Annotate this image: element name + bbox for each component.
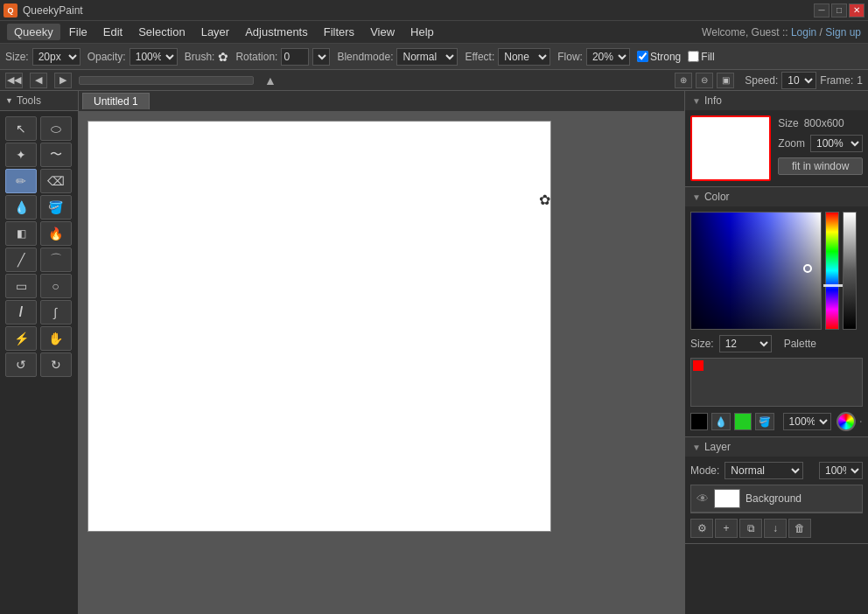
layer-settings-button[interactable]: ⚙	[690, 519, 713, 538]
zoom-label: Zoom	[778, 137, 805, 150]
palette-label[interactable]: Palette	[784, 338, 816, 350]
tool-dropper[interactable]: 💧	[5, 195, 37, 220]
flow-select[interactable]: 20%	[586, 48, 630, 66]
fit-in-window-button[interactable]: fit in window	[778, 157, 863, 175]
tool-burn[interactable]: 🔥	[40, 221, 72, 246]
tool-bucket[interactable]: 🪣	[40, 195, 72, 220]
tool-hand[interactable]: ✋	[40, 326, 72, 351]
color-header[interactable]: ▼ Color	[685, 187, 868, 206]
tool-select-arrow[interactable]: ↖	[5, 116, 37, 141]
color-size-select[interactable]: 12681014	[719, 335, 772, 352]
palette-red-cell[interactable]	[693, 360, 704, 371]
size-palette-row: Size: 12681014 Palette	[690, 335, 863, 352]
menu-file[interactable]: File	[62, 24, 94, 40]
fill-checkbox[interactable]	[688, 51, 699, 62]
tools-collapse-icon[interactable]: ▼	[5, 96, 13, 105]
tool-magic-wand[interactable]: ✦	[5, 143, 37, 167]
palette-grid[interactable]	[690, 358, 863, 407]
menu-filters[interactable]: Filters	[317, 24, 361, 40]
menu-layer[interactable]: Layer	[194, 24, 237, 40]
info-header[interactable]: ▼ Info	[685, 91, 868, 110]
opacity-select[interactable]: 100%	[130, 48, 178, 66]
timeline-slider[interactable]	[79, 76, 254, 85]
menu-edit[interactable]: Edit	[96, 24, 130, 40]
tool-rect[interactable]: ▭	[5, 274, 37, 298]
zoom-in-button[interactable]: ⊕	[675, 73, 692, 88]
layer-item-background[interactable]: 👁 Background	[691, 485, 862, 513]
opacity-group: Opacity: 100%	[88, 48, 178, 66]
close-button[interactable]: ✕	[849, 3, 864, 17]
fullscreen-button[interactable]: ▣	[717, 73, 734, 88]
menu-queeky[interactable]: Queeky	[7, 24, 60, 40]
canvas-tab-untitled[interactable]: Untitled 1	[82, 93, 150, 109]
color-opacity-select[interactable]: 100%75%50%25%	[783, 413, 831, 430]
blendmode-select[interactable]: NormalMultiplyScreen	[396, 48, 458, 66]
color-wheel-button[interactable]	[836, 412, 856, 431]
tool-zigzag[interactable]: ⚡	[5, 326, 37, 351]
tool-line[interactable]: ╱	[5, 248, 37, 272]
prev-frame-button[interactable]: ◀	[30, 73, 47, 88]
first-frame-button[interactable]: ◀◀	[5, 73, 23, 88]
canvas-tabs: Untitled 1	[79, 91, 684, 112]
color-gradient[interactable]	[690, 212, 822, 330]
tool-smudge[interactable]: 〜	[40, 143, 72, 167]
maximize-button[interactable]: □	[831, 3, 847, 17]
layer-add-button[interactable]: +	[715, 519, 738, 538]
login-link[interactable]: Login	[791, 26, 816, 38]
color-alpha-strip[interactable]	[843, 212, 857, 330]
effect-select[interactable]: NoneBlur	[498, 48, 550, 66]
tool-smooth-line[interactable]: ∫	[40, 300, 72, 324]
layer-delete-button[interactable]: 🗑	[788, 519, 811, 538]
rotation-dropdown[interactable]: ▾	[312, 48, 330, 66]
layer-mode-select[interactable]: NormalMultiplyScreen	[724, 462, 803, 479]
canvas-container[interactable]: ✿	[79, 112, 684, 614]
tool-gradient[interactable]: ◧	[5, 221, 37, 246]
speed-select[interactable]: 10	[781, 72, 816, 89]
pipette-button[interactable]: 💧	[711, 413, 731, 430]
menu-view[interactable]: View	[363, 24, 402, 40]
layer-visibility-icon[interactable]: 👁	[696, 492, 709, 506]
menu-selection[interactable]: Selection	[131, 24, 192, 40]
color-spectrum[interactable]	[825, 212, 839, 330]
app-icon: Q	[4, 3, 18, 17]
strong-checkbox[interactable]	[637, 51, 648, 62]
tool-undo[interactable]: ↺	[5, 352, 37, 377]
size-value: 800x600	[804, 117, 844, 129]
color-picker-dot	[803, 264, 812, 273]
next-frame-button[interactable]: ▶	[54, 73, 72, 88]
rotation-input[interactable]	[281, 48, 309, 66]
tool-redo[interactable]: ↻	[40, 352, 72, 377]
menu-adjustments[interactable]: Adjustments	[238, 24, 315, 40]
layer-merge-button[interactable]: ↓	[764, 519, 787, 538]
size-row: Size 800x600	[778, 117, 863, 129]
tool-ellipse[interactable]: ○	[40, 274, 72, 298]
main-area: ▼ Tools ↖ ⬭ ✦ 〜 ✏ ⌫ 💧 🪣 ◧ 🔥 ╱ ⌒ ▭ ○ / ∫ …	[0, 91, 868, 614]
frame-label: Frame:	[820, 74, 853, 87]
app-title: QueekyPaint	[23, 4, 83, 17]
bucket-button[interactable]: 🪣	[755, 413, 774, 430]
zoom-out-button[interactable]: ⊖	[696, 73, 713, 88]
color-spectrum-indicator	[823, 284, 843, 287]
minimize-button[interactable]: ─	[814, 3, 830, 17]
signup-link[interactable]: Sign up	[825, 26, 861, 38]
tool-brush[interactable]: ✏	[5, 169, 37, 193]
layer-opacity-select[interactable]: 100%75%50%	[819, 462, 863, 479]
foreground-color[interactable]	[690, 413, 708, 430]
background-color[interactable]	[734, 413, 752, 430]
tool-lasso[interactable]: ⬭	[40, 116, 72, 141]
drawing-canvas[interactable]: ✿	[88, 121, 551, 532]
layer-collapse-icon: ▼	[692, 443, 701, 452]
tool-straight-line[interactable]: /	[5, 300, 37, 324]
zoom-select[interactable]: 100%50%200%	[810, 135, 863, 152]
brush-icon[interactable]: ✿	[218, 50, 228, 64]
tool-eraser[interactable]: ⌫	[40, 169, 72, 193]
tool-curve[interactable]: ⌒	[40, 248, 72, 272]
color-section: ▼ Color Size:	[685, 187, 868, 437]
fill-group: Fill	[688, 51, 714, 63]
menu-help[interactable]: Help	[403, 24, 441, 40]
info-title: Info	[704, 94, 722, 107]
size-select[interactable]: 20px	[32, 48, 80, 66]
triangle-icon: ▲	[264, 73, 276, 87]
layer-header[interactable]: ▼ Layer	[685, 437, 868, 457]
layer-duplicate-button[interactable]: ⧉	[739, 519, 762, 538]
